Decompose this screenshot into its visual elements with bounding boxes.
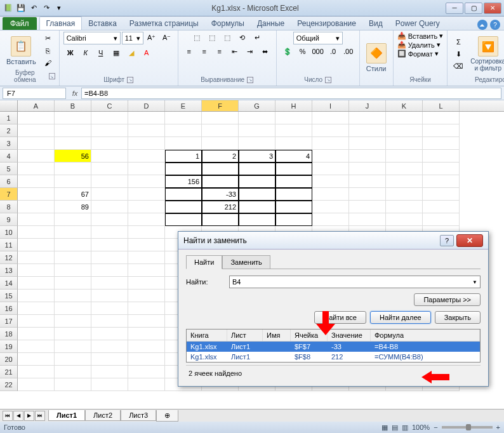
align-top-icon[interactable]: ⬚ [190,32,204,43]
name-box[interactable]: F7 [3,88,66,99]
cell[interactable] [18,340,55,353]
cell[interactable] [165,112,202,124]
cell[interactable] [128,302,165,315]
cell[interactable] [55,124,91,137]
cell[interactable] [91,290,128,302]
column-header[interactable]: G [239,100,275,111]
cell[interactable] [55,264,91,277]
cell[interactable] [91,340,128,353]
column-header[interactable]: B [55,100,91,111]
result-row[interactable]: Kg1.xlsx Лист1 $F$8 212 =СУММ(B4:B8) [187,352,480,362]
cell[interactable] [18,251,55,264]
cell[interactable] [386,150,423,163]
cell[interactable] [55,366,91,378]
cell[interactable] [349,112,386,124]
tab-replace[interactable]: Заменить [222,255,270,269]
insert-cells-button[interactable]: 📥 Вставить ▾ [397,32,444,40]
align-right-icon[interactable]: ≡ [213,46,227,57]
row-header[interactable]: 21 [0,366,18,378]
cell[interactable] [239,163,275,175]
row-header[interactable]: 5 [0,163,18,175]
row-header[interactable]: 13 [0,264,18,277]
cell[interactable] [91,226,128,239]
cell[interactable] [312,175,349,188]
undo-icon[interactable]: ↶ [28,3,39,14]
decrease-font-icon[interactable]: A⁻ [160,32,174,43]
cell[interactable] [423,150,460,163]
sheet-nav-last-icon[interactable]: ⏭ [35,411,45,421]
row-header[interactable]: 18 [0,328,18,340]
row-header[interactable]: 11 [0,239,18,251]
indent-increase-icon[interactable]: ⇥ [243,46,257,57]
cell[interactable] [55,290,91,302]
format-painter-icon[interactable]: 🖌 [41,57,55,69]
cell[interactable] [128,137,165,150]
indent-decrease-icon[interactable]: ⇤ [228,46,242,57]
dialog-close-btn[interactable]: Закрыть [435,311,481,324]
cell[interactable] [55,112,91,124]
zoom-in-icon[interactable]: + [496,423,500,431]
cell[interactable] [18,188,55,201]
cell[interactable] [55,163,91,175]
styles-button[interactable]: 🔶 Стили [364,42,389,74]
cell[interactable] [91,150,128,163]
orientation-icon[interactable]: ⟲ [235,32,249,43]
cell[interactable] [128,366,165,378]
cell[interactable]: 156 [165,175,202,188]
column-header[interactable]: L [423,100,460,111]
cell[interactable] [128,239,165,251]
new-sheet-button[interactable]: ⊕ [156,410,178,422]
view-layout-icon[interactable]: ▤ [392,423,398,432]
cell[interactable] [165,213,202,226]
cell[interactable] [423,124,460,137]
cell[interactable] [18,112,55,124]
minimize-ribbon-icon[interactable]: ⏶ [477,20,487,30]
cell[interactable] [91,366,128,378]
cell[interactable] [312,201,349,213]
row-header[interactable]: 3 [0,137,18,150]
row-header[interactable]: 8 [0,201,18,213]
cell[interactable] [55,213,91,226]
help-icon[interactable]: ? [490,20,500,30]
cell[interactable] [128,226,165,239]
cell[interactable] [165,163,202,175]
cell[interactable] [275,124,312,137]
font-color-icon[interactable]: A [140,47,154,58]
excel-icon[interactable]: 📗 [3,3,14,14]
cell[interactable] [349,188,386,201]
align-launcher[interactable]: ↘ [247,77,253,83]
cell[interactable] [423,163,460,175]
sheet-tab[interactable]: Лист1 [48,410,85,421]
row-header[interactable]: 4 [0,150,18,163]
cell[interactable] [18,175,55,188]
cell[interactable] [91,328,128,340]
cell[interactable] [202,175,239,188]
cell[interactable] [91,251,128,264]
cell[interactable] [91,302,128,315]
close-button[interactable]: ✕ [484,3,501,14]
cell[interactable] [18,353,55,366]
cell[interactable] [165,201,202,213]
qat-more-icon[interactable]: ▾ [53,3,65,14]
column-header[interactable]: I [312,100,349,111]
increase-font-icon[interactable]: A⁺ [145,32,159,43]
cell[interactable] [239,175,275,188]
sheet-nav-prev-icon[interactable]: ◀ [13,411,23,421]
row-header[interactable]: 6 [0,175,18,188]
cell[interactable] [239,188,275,201]
sheet-tab[interactable]: Лист2 [85,410,121,421]
cell[interactable] [18,137,55,150]
cell[interactable] [423,175,460,188]
cell[interactable]: 2 [202,150,239,163]
cell[interactable] [239,124,275,137]
column-header[interactable]: A [18,100,55,111]
cell[interactable] [128,251,165,264]
row-header[interactable]: 9 [0,213,18,226]
cell[interactable] [18,302,55,315]
cell[interactable] [55,302,91,315]
cell[interactable] [128,353,165,366]
cell[interactable] [128,213,165,226]
number-launcher[interactable]: ↘ [325,77,331,83]
cell[interactable]: 212 [202,201,239,213]
cell[interactable] [312,213,349,226]
